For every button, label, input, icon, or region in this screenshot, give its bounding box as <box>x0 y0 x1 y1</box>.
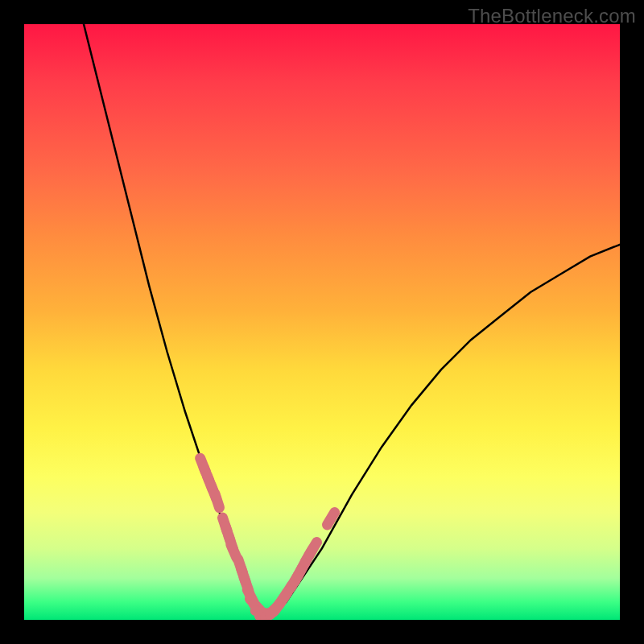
bottleneck-curve-line <box>84 24 620 614</box>
scatter-point <box>215 493 220 507</box>
bottleneck-curve-svg <box>24 24 620 620</box>
scatter-point <box>309 543 316 555</box>
scatter-point <box>328 513 335 525</box>
chart-plot-area <box>24 24 620 620</box>
scatter-points-group <box>200 458 335 617</box>
watermark-label: TheBottleneck.com <box>468 5 636 27</box>
